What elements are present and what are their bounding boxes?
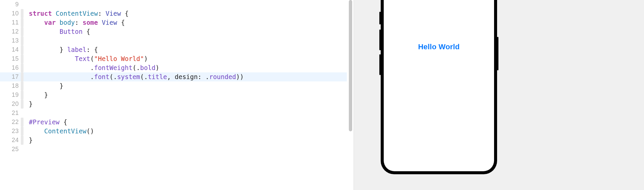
preview-canvas[interactable]: Hello World: [354, 0, 644, 190]
line-number[interactable]: 21: [0, 109, 20, 118]
code-content[interactable]: Button {: [25, 27, 347, 36]
fold-ribbon[interactable]: [21, 90, 24, 100]
fold-ribbon[interactable]: [21, 63, 24, 72]
scrollbar-track[interactable]: [348, 0, 353, 190]
fold-ribbon[interactable]: [21, 127, 24, 136]
fold-ribbon[interactable]: [21, 72, 24, 81]
xcode-window: 910struct ContentView: View {11 var body…: [0, 0, 644, 190]
code-line[interactable]: 9: [0, 0, 347, 9]
code-line[interactable]: 12 Button {: [0, 27, 347, 36]
code-line[interactable]: 18 }: [0, 81, 347, 90]
fold-ribbon[interactable]: [21, 18, 24, 27]
code-content[interactable]: struct ContentView: View {: [25, 9, 347, 18]
line-number[interactable]: 22: [0, 118, 20, 127]
line-number[interactable]: 18: [0, 81, 20, 90]
line-number[interactable]: 16: [0, 63, 20, 72]
code-content[interactable]: }: [25, 136, 347, 145]
device-volume-up: [379, 29, 381, 50]
line-number[interactable]: 13: [0, 36, 20, 45]
code-content[interactable]: }: [25, 81, 347, 90]
device-screen[interactable]: Hello World: [384, 0, 494, 171]
fold-ribbon[interactable]: [21, 136, 24, 145]
code-content[interactable]: Text("Hello World"): [25, 54, 347, 63]
fold-ribbon[interactable]: [21, 81, 24, 90]
code-content[interactable]: .fontWeight(.bold): [25, 63, 347, 72]
code-line[interactable]: 24}: [0, 136, 347, 145]
code-line[interactable]: 25: [0, 145, 347, 154]
code-content[interactable]: #Preview {: [25, 118, 347, 127]
device-volume-down: [379, 54, 381, 75]
line-number[interactable]: 24: [0, 136, 20, 145]
code-line[interactable]: 21: [0, 109, 347, 118]
code-editor[interactable]: 910struct ContentView: View {11 var body…: [0, 0, 347, 190]
fold-ribbon[interactable]: [21, 100, 24, 109]
code-line[interactable]: 16 .fontWeight(.bold): [0, 63, 347, 72]
scrollbar-thumb[interactable]: [349, 0, 352, 131]
fold-ribbon[interactable]: [21, 9, 24, 18]
device-frame: Hello World: [381, 0, 497, 174]
line-number[interactable]: 9: [0, 0, 20, 9]
line-number[interactable]: 10: [0, 9, 20, 18]
code-line[interactable]: 15 Text("Hello World"): [0, 54, 347, 63]
code-line[interactable]: 17 .font(.system(.title, design: .rounde…: [0, 72, 347, 81]
fold-ribbon[interactable]: [21, 36, 24, 45]
code-content[interactable]: ContentView(): [25, 127, 347, 136]
fold-ribbon[interactable]: [21, 27, 24, 36]
device-mute-switch: [379, 12, 381, 24]
line-number[interactable]: 23: [0, 127, 20, 136]
preview-button[interactable]: Hello World: [418, 43, 460, 51]
editor-scrollbar[interactable]: [347, 0, 354, 190]
line-number[interactable]: 19: [0, 90, 20, 100]
code-content[interactable]: }: [25, 100, 347, 109]
device-power-button: [497, 37, 498, 70]
fold-ribbon[interactable]: [21, 45, 24, 54]
line-number[interactable]: 11: [0, 18, 20, 27]
code-line[interactable]: 13: [0, 36, 347, 45]
code-line[interactable]: 19 }: [0, 90, 347, 100]
code-line[interactable]: 14 } label: {: [0, 45, 347, 54]
code-line[interactable]: 20}: [0, 100, 347, 109]
code-content[interactable]: .font(.system(.title, design: .rounded)): [25, 72, 347, 81]
code-line[interactable]: 22#Preview {: [0, 118, 347, 127]
line-number[interactable]: 20: [0, 100, 20, 109]
fold-ribbon: [21, 109, 24, 118]
fold-ribbon[interactable]: [21, 118, 24, 127]
code-content[interactable]: var body: some View {: [25, 18, 347, 27]
code-line[interactable]: 11 var body: some View {: [0, 18, 347, 27]
fold-ribbon: [21, 0, 24, 9]
line-number[interactable]: 17: [0, 72, 20, 81]
line-number[interactable]: 12: [0, 27, 20, 36]
code-line[interactable]: 10struct ContentView: View {: [0, 9, 347, 18]
code-line[interactable]: 23 ContentView(): [0, 127, 347, 136]
code-content[interactable]: }: [25, 90, 347, 100]
code-content[interactable]: } label: {: [25, 45, 347, 54]
fold-ribbon[interactable]: [21, 54, 24, 63]
line-number[interactable]: 15: [0, 54, 20, 63]
line-number[interactable]: 25: [0, 145, 20, 154]
fold-ribbon: [21, 145, 24, 154]
line-number[interactable]: 14: [0, 45, 20, 54]
